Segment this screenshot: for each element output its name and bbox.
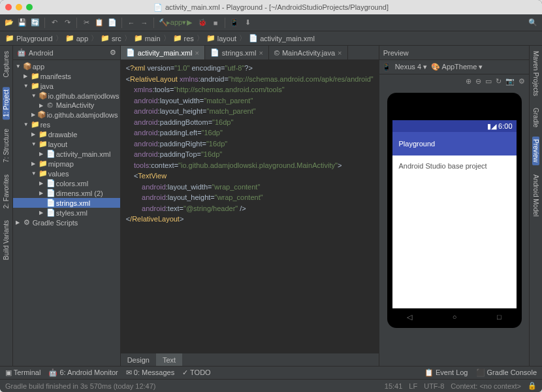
tree-item[interactable]: ▶📁drawable: [13, 129, 120, 139]
breadcrumb-item[interactable]: 📄activity_main.xml: [247, 34, 316, 42]
save-icon[interactable]: 💾: [17, 18, 27, 28]
tree-item[interactable]: ▼📁values: [13, 169, 120, 178]
rail-android-model[interactable]: Android Model: [532, 172, 539, 219]
tree-item[interactable]: ▶📄dimens.xml (2): [13, 188, 120, 198]
tree-item[interactable]: ▼📁layout: [13, 139, 120, 149]
tree-item[interactable]: ▶📁mipmap: [13, 159, 120, 169]
zoom-fit-icon[interactable]: ▭: [485, 77, 492, 86]
back-icon[interactable]: ←: [126, 18, 136, 28]
rail-structure[interactable]: 7: Structure: [3, 126, 10, 165]
paste-icon[interactable]: 📄: [107, 18, 118, 28]
tab-activity-main[interactable]: 📄activity_main.xml×: [121, 46, 205, 59]
rail-preview[interactable]: Preview: [532, 137, 539, 165]
tree-item[interactable]: ▶📦io.github.adamjodlows: [13, 110, 120, 120]
gear-icon[interactable]: ⚙: [110, 48, 116, 57]
line-ending[interactable]: LF: [409, 382, 417, 390]
tree-item[interactable]: ▶📄styles.xml: [13, 208, 120, 218]
sync-icon[interactable]: 🔄: [30, 18, 40, 28]
todo-button[interactable]: ✓ TODO: [182, 368, 210, 377]
breadcrumb-item[interactable]: 📁Playground: [4, 34, 54, 42]
close-tab-icon[interactable]: ×: [259, 49, 263, 57]
minimize-window-button[interactable]: [16, 4, 22, 10]
sdk-icon[interactable]: ⬇: [242, 18, 253, 28]
forward-icon[interactable]: →: [139, 18, 150, 28]
tree-item[interactable]: 📄strings.xml: [13, 198, 120, 208]
stop-icon[interactable]: ■: [210, 18, 221, 28]
preview-header: Preview: [379, 46, 530, 60]
cursor-position: 15:41: [385, 382, 403, 390]
home-nav-icon: ○: [453, 313, 457, 321]
cut-icon[interactable]: ✂: [81, 18, 91, 28]
main-toolbar: 📂 💾 🔄 ↶ ↷ ✂ 📋 📄 ← → 🔨 ▸app▾ ▶ 🐞 ■ 📱 ⬇ 🔍: [0, 14, 542, 31]
breadcrumb-bar: 📁Playground〉 📁app〉 📁src〉 📁main〉 📁res〉 📁l…: [0, 31, 542, 46]
tree-item[interactable]: ▼📦app: [13, 61, 120, 71]
device-screen: ▮◢ 6:00 Playground Android Studio base p…: [392, 120, 517, 308]
gradle-console-button[interactable]: ⬛ Gradle Console: [476, 368, 537, 377]
run-config-icon[interactable]: ▸app▾: [171, 18, 182, 28]
search-icon[interactable]: 🔍: [528, 18, 538, 28]
refresh-icon[interactable]: ↻: [496, 77, 502, 86]
breadcrumb-item[interactable]: 📁app: [64, 34, 89, 42]
right-tool-rail: Maven Projects Gradle Preview Android Mo…: [529, 46, 542, 366]
rail-favorites[interactable]: 2: Favorites: [3, 172, 10, 211]
maximize-window-button[interactable]: [26, 4, 33, 10]
project-panel-header[interactable]: 🤖 Android ⚙: [13, 46, 120, 60]
messages-button[interactable]: ✉ 0: Messages: [126, 368, 174, 377]
rail-project[interactable]: 1: Project: [3, 87, 10, 120]
run-icon[interactable]: ▶: [184, 18, 195, 28]
avd-icon[interactable]: 📱: [229, 18, 240, 28]
redo-icon[interactable]: ↷: [62, 18, 72, 28]
tree-item[interactable]: ▼📁java: [13, 81, 120, 91]
back-nav-icon: ◁: [407, 313, 412, 321]
lock-icon[interactable]: 🔒: [528, 382, 537, 390]
rail-gradle[interactable]: Gradle: [532, 105, 539, 130]
tree-item[interactable]: ▶©MainActivity: [13, 101, 120, 110]
rail-build-variants[interactable]: Build Variants: [3, 218, 10, 263]
zoom-out-icon[interactable]: ⊖: [475, 77, 481, 86]
close-window-button[interactable]: [5, 4, 12, 10]
tree-item[interactable]: ▶📁manifests: [13, 71, 120, 81]
project-tree[interactable]: ▼📦app▶📁manifests▼📁java▼📦io.github.adamjo…: [13, 60, 120, 366]
preview-zoom-bar: ⊕ ⊖ ▭ ↻ 📷 ⚙: [379, 74, 530, 88]
copy-icon[interactable]: 📋: [94, 18, 104, 28]
theme-selector[interactable]: 🎨 AppTheme ▾: [431, 63, 483, 71]
file-encoding[interactable]: UTF-8: [424, 382, 444, 390]
device-frame: ▮◢ 6:00 Playground Android Studio base p…: [387, 93, 522, 328]
bottom-tool-bar: ▣ Terminal 🤖 6: Android Monitor ✉ 0: Mes…: [0, 366, 542, 379]
screenshot-icon[interactable]: 📷: [505, 77, 515, 86]
editor-tabs: 📄activity_main.xml× 📄strings.xml× ©MainA…: [121, 46, 379, 60]
phone-nav-bar: ◁ ○ □: [387, 311, 522, 323]
close-tab-icon[interactable]: ×: [195, 49, 199, 57]
tree-item[interactable]: ▶📄activity_main.xml: [13, 149, 120, 159]
breadcrumb-item[interactable]: 📁res: [172, 34, 195, 42]
debug-icon[interactable]: 🐞: [197, 18, 208, 28]
tree-item[interactable]: ▶⚙Gradle Scripts: [13, 218, 120, 227]
rail-captures[interactable]: Captures: [3, 48, 10, 80]
event-log-button[interactable]: 📋 Event Log: [424, 368, 468, 377]
zoom-in-icon[interactable]: ⊕: [466, 77, 471, 86]
phone-app-bar: Playground: [392, 132, 517, 155]
tree-item[interactable]: ▼📦io.github.adamjodlows: [13, 91, 120, 101]
terminal-button[interactable]: ▣ Terminal: [5, 368, 40, 377]
rail-maven[interactable]: Maven Projects: [532, 48, 539, 99]
text-tab[interactable]: Text: [156, 353, 182, 366]
android-monitor-button[interactable]: 🤖 6: Android Monitor: [48, 368, 118, 377]
design-tab[interactable]: Design: [121, 353, 156, 366]
code-editor[interactable]: <?xml version="1.0" encoding="utf-8"?><R…: [121, 60, 379, 353]
close-tab-icon[interactable]: ×: [338, 49, 342, 57]
context-indicator[interactable]: Context: <no context>: [451, 382, 521, 390]
signal-icon: ▮◢: [487, 122, 496, 131]
open-icon[interactable]: 📂: [4, 18, 14, 28]
tab-strings[interactable]: 📄strings.xml×: [205, 46, 269, 59]
tree-item[interactable]: ▶📄colors.xml: [13, 178, 120, 188]
breadcrumb-item[interactable]: 📁src: [99, 34, 123, 42]
status-message: Gradle build finished in 3s 570ms (today…: [5, 382, 156, 390]
breadcrumb-item[interactable]: 📁main: [133, 34, 162, 42]
window-title: 📄 activity_main.xml - Playground - [~/An…: [153, 3, 389, 12]
undo-icon[interactable]: ↶: [49, 18, 59, 28]
breadcrumb-item[interactable]: 📁layout: [205, 34, 238, 42]
device-selector[interactable]: Nexus 4 ▾: [395, 63, 427, 71]
tab-mainactivity[interactable]: ©MainActivity.java×: [269, 46, 348, 59]
tree-item[interactable]: ▼📁res: [13, 120, 120, 129]
settings-icon[interactable]: ⚙: [518, 77, 525, 86]
